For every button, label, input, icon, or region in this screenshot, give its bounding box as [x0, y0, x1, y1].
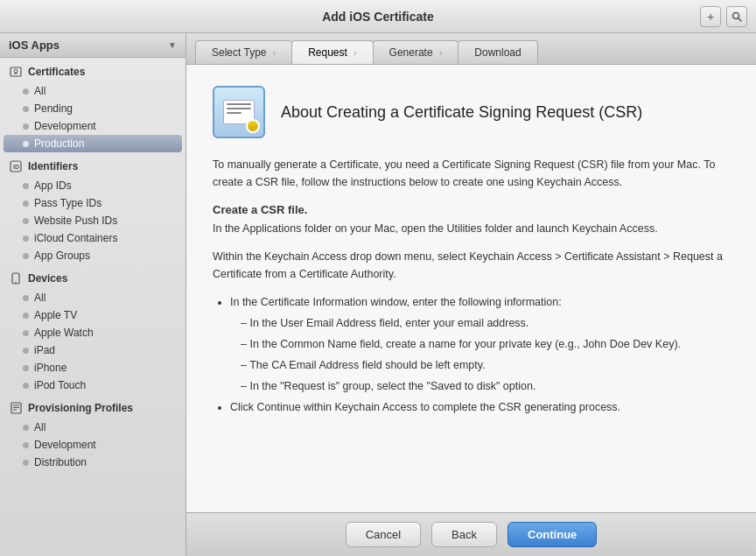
search-button[interactable]	[726, 6, 747, 27]
sidebar-item-label: Pending	[34, 102, 73, 115]
certificates-section-header: Certificates	[0, 58, 186, 82]
sidebar-item-apple-tv[interactable]: Apple TV	[0, 306, 186, 324]
sidebar-item-pending[interactable]: Pending	[0, 100, 186, 117]
sidebar-item-dev-profiles[interactable]: Development	[0, 436, 186, 454]
sidebar-item-label: Development	[34, 439, 96, 451]
identifiers-title: Identifiers	[28, 160, 78, 172]
sub-item-1: In the User Email Address field, enter y…	[241, 314, 730, 332]
sub-item-4: In the "Request is" group, select the "S…	[241, 377, 730, 395]
provisioning-section-header: Provisioning Profiles	[0, 394, 186, 419]
identifiers-section-header: ID Identifiers	[0, 152, 186, 177]
sidebar-item-app-groups[interactable]: App Groups	[0, 247, 186, 264]
dot-icon	[23, 330, 29, 336]
dot-icon	[23, 295, 29, 301]
sidebar-item-production[interactable]: Production	[4, 135, 182, 152]
sidebar-item-all-certs[interactable]: All	[0, 82, 186, 100]
cancel-button[interactable]: Cancel	[346, 522, 421, 547]
tabs-bar: Select Type › Request › Generate › Downl…	[186, 33, 756, 65]
chevron-right-icon: ›	[439, 48, 442, 58]
sidebar-item-label: All	[34, 292, 46, 304]
sidebar-item-label: iPhone	[34, 362, 66, 374]
sidebar-item-pass-type-ids[interactable]: Pass Type IDs	[0, 194, 186, 212]
dot-icon	[23, 383, 29, 389]
svg-point-8	[15, 282, 17, 284]
line-2	[227, 108, 251, 109]
content-area: Select Type › Request › Generate › Downl…	[186, 33, 756, 556]
dot-icon	[23, 460, 29, 466]
sidebar-item-ipad[interactable]: iPad	[0, 341, 186, 359]
dot-icon	[23, 218, 29, 224]
dot-icon	[23, 425, 29, 431]
continue-button[interactable]: Continue	[508, 522, 597, 547]
back-button[interactable]: Back	[431, 522, 497, 547]
dot-icon	[23, 123, 29, 130]
sub-item-2: In the Common Name field, create a name …	[241, 335, 730, 353]
bullet-list: In the Certificate Information window, e…	[230, 293, 730, 416]
sidebar-item-website-push-ids[interactable]: Website Push IDs	[0, 212, 186, 229]
sidebar-item-label: iPad	[34, 344, 55, 356]
line-1	[227, 103, 251, 105]
sidebar-item-label: Pass Type IDs	[34, 197, 102, 209]
tab-request[interactable]: Request ›	[291, 40, 373, 64]
dot-icon	[23, 253, 29, 259]
intro-paragraph: To manually generate a Certificate, you …	[213, 156, 730, 191]
sidebar-item-apple-watch[interactable]: Apple Watch	[0, 324, 186, 341]
sidebar-item-ipod-touch[interactable]: iPod Touch	[0, 377, 186, 394]
dot-icon	[23, 141, 29, 147]
certificates-title: Certificates	[28, 66, 85, 78]
dot-icon	[23, 313, 29, 319]
sidebar-item-all-devices[interactable]: All	[0, 289, 186, 306]
provisioning-title: Provisioning Profiles	[28, 402, 133, 414]
devices-title: Devices	[28, 272, 67, 285]
sidebar-item-development[interactable]: Development	[0, 117, 186, 135]
section-desc: In the Applications folder on your Mac, …	[213, 222, 658, 235]
dot-icon	[23, 201, 29, 207]
main-layout: iOS Apps ▼ Certificates All Pending De	[0, 33, 756, 556]
sidebar-item-all-profiles[interactable]: All	[0, 419, 186, 436]
sidebar-item-label: Apple TV	[34, 309, 77, 321]
csr-title: About Creating a Certificate Signing Req…	[281, 103, 642, 122]
dot-icon	[23, 348, 29, 354]
sidebar-item-label: Development	[34, 120, 96, 132]
para2: Within the Keychain Access drop down men…	[213, 248, 730, 283]
dot-icon	[23, 236, 29, 242]
svg-point-3	[14, 69, 18, 73]
tab-download[interactable]: Download	[458, 40, 537, 64]
sidebar-item-label: All	[34, 85, 46, 97]
svg-text:ID: ID	[13, 164, 19, 170]
bottom-bar: Cancel Back Continue	[186, 512, 756, 556]
dot-icon	[23, 183, 29, 189]
sidebar-item-label: App Groups	[34, 250, 90, 262]
line-3	[227, 112, 242, 114]
bullet-item-1: In the Certificate Information window, e…	[230, 293, 730, 395]
title-bar-buttons: +	[700, 6, 747, 27]
chevron-right-icon: ›	[273, 48, 276, 58]
section-title-para: Create a CSR file. In the Applications f…	[213, 201, 730, 237]
dot-icon	[23, 442, 29, 448]
chevron-right-icon: ›	[354, 48, 356, 58]
sidebar-dropdown[interactable]: iOS Apps ▼	[0, 33, 186, 58]
sidebar-item-label: iCloud Containers	[34, 232, 117, 244]
content-body: To manually generate a Certificate, you …	[213, 156, 730, 416]
sidebar-item-label: Website Push IDs	[34, 215, 117, 227]
dot-icon	[23, 106, 29, 112]
add-button[interactable]: +	[700, 6, 721, 27]
sidebar-item-app-ids[interactable]: App IDs	[0, 177, 186, 194]
sidebar-item-label: Distribution	[34, 456, 87, 468]
identifiers-icon: ID	[9, 159, 23, 173]
sidebar-item-icloud-containers[interactable]: iCloud Containers	[0, 229, 186, 247]
sub-item-3: The CA Email Address field should be lef…	[241, 356, 730, 374]
provisioning-icon	[9, 401, 23, 415]
sidebar-item-dist-profiles[interactable]: Distribution	[0, 454, 186, 471]
sidebar-item-label: All	[34, 421, 46, 433]
sidebar-item-iphone[interactable]: iPhone	[0, 359, 186, 377]
svg-line-1	[738, 18, 741, 20]
dropdown-label: iOS Apps	[9, 39, 168, 52]
tab-generate[interactable]: Generate ›	[373, 40, 459, 64]
sidebar-item-label: App IDs	[34, 179, 72, 192]
devices-section-header: Devices	[0, 264, 186, 289]
sidebar-item-label: Production	[34, 137, 84, 150]
tab-select-type[interactable]: Select Type ›	[195, 40, 292, 64]
csr-header: About Creating a Certificate Signing Req…	[213, 86, 730, 138]
window-title: Add iOS Certificate	[322, 10, 434, 24]
